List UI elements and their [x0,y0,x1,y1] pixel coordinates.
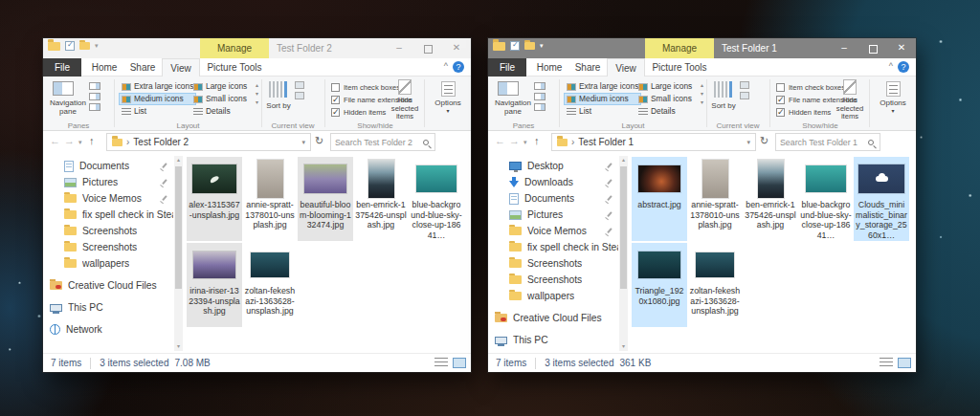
scroll-down-icon[interactable]: ▾ [619,342,628,351]
navigation-pane-icon[interactable] [498,81,519,96]
thumbnail-view-button[interactable] [898,358,911,368]
sidebar-item[interactable]: Screenshots [43,239,173,255]
hidden-items-checkbox[interactable] [331,108,340,117]
preview-pane-icons[interactable] [89,82,100,114]
chevron-down-icon[interactable]: ▾ [95,42,99,50]
sidebar-scrollbar[interactable]: ▴ ▾ [174,156,183,351]
sidebar-item[interactable]: Pictures [43,174,173,190]
sidebar-item[interactable]: Pictures [488,207,618,223]
file-name-extensions-checkbox[interactable] [331,96,340,104]
sidebar-item[interactable]: Voice Memos [43,190,173,207]
layout-details[interactable]: Details [635,105,695,118]
tab-picture-tools[interactable]: Picture Tools [645,58,714,77]
tab-share[interactable]: Share [568,58,607,77]
file-tile[interactable]: zoltan-fekeshazi-1363628-unsplash.jpg [242,243,298,327]
up-button[interactable]: ↑ [534,135,540,146]
tab-manage[interactable]: Manage [200,38,269,58]
tab-file[interactable]: File [488,58,526,77]
sidebar-item[interactable]: This PC [488,332,618,348]
group-by-icons[interactable] [295,81,304,102]
file-tile[interactable]: ben-emrick-1375426-unsplash.jpg [743,157,798,241]
scroll-up-icon[interactable]: ▴ [619,156,628,164]
back-button[interactable]: ← [50,135,60,146]
search-input[interactable]: Search Test Folder 1 [775,133,880,151]
search-input[interactable]: Search Test Folder 2 [330,133,435,151]
folder-icon[interactable] [493,42,505,51]
recent-locations-icon[interactable]: ▾ [523,139,527,146]
sidebar-item[interactable]: fix spell check in Steam ch [43,207,173,223]
sidebar-item[interactable]: Screenshots [488,272,618,288]
sidebar-item[interactable]: This PC [43,299,173,316]
file-tile[interactable]: alex-1315367-unsplash.jpg [187,157,242,241]
sidebar-item[interactable]: Documents [488,190,618,207]
scroll-up-icon[interactable]: ▴ [174,156,183,164]
chevron-down-icon[interactable]: ▾ [301,139,305,146]
tab-picture-tools[interactable]: Picture Tools [200,58,269,77]
layout-extra-large-icons[interactable]: Extra large icons [564,80,641,93]
layout-scroll-arrows[interactable]: ▴▾▾ [256,81,258,105]
help-icon[interactable]: ? [453,61,464,73]
layout-large-icons[interactable]: Large icons [635,80,695,93]
details-view-button[interactable] [434,358,448,368]
details-view-button[interactable] [880,358,893,368]
refresh-icon[interactable]: ↻ [315,135,323,147]
item-check-boxes-checkbox[interactable] [776,83,785,92]
minimize-button[interactable]: – [385,38,413,58]
file-tile[interactable]: blue-background-blue-sky-close-up-18641… [798,157,854,241]
sidebar-item[interactable]: Network [43,321,173,338]
layout-small-icons[interactable]: Small icons [635,93,695,105]
layout-extra-large-icons[interactable]: Extra large icons [119,80,196,93]
folder-icon[interactable] [48,42,60,51]
sidebar-item[interactable]: Screenshots [488,255,618,272]
scroll-down-icon[interactable]: ▾ [174,342,183,351]
close-button[interactable]: ✕ [442,38,471,58]
forward-button[interactable]: → [509,135,520,146]
file-name-extensions-checkbox[interactable] [776,96,785,104]
chevron-down-icon[interactable]: ▾ [746,139,750,146]
recent-locations-icon[interactable]: ▾ [78,139,82,146]
sidebar-item[interactable]: Desktop [488,158,618,174]
sidebar-item[interactable]: Downloads [488,174,618,190]
tab-home[interactable]: Home [530,58,568,77]
layout-details[interactable]: Details [190,105,250,118]
item-check-boxes-checkbox[interactable] [331,83,340,92]
layout-medium-icons[interactable]: Medium icons [564,93,641,105]
forward-button[interactable]: → [64,135,75,146]
layout-small-icons[interactable]: Small icons [190,93,250,105]
sidebar-item[interactable]: Documents [43,158,173,174]
sidebar-item[interactable]: wallpapers [488,288,618,304]
hide-selected-items-button[interactable]: Hide selected items [386,79,424,121]
options-button[interactable]: Options [425,99,471,107]
layout-large-icons[interactable]: Large icons [190,80,250,93]
address-bar[interactable]: › Test Folder 1 ▾ [551,133,756,151]
file-tile[interactable]: beautiful-bloom-blooming-132474.jpg [298,157,353,241]
group-by-icons[interactable] [740,81,749,102]
minimize-button[interactable]: – [830,38,858,58]
sort-by-button[interactable]: Sort by [264,101,293,110]
file-tile[interactable]: annie-spratt-1378010-unsplash.jpg [242,157,298,241]
address-bar[interactable]: › Test Folder 2 ▾ [106,133,311,151]
properties-icon[interactable] [510,41,520,51]
file-tile[interactable]: abstract.jpg [632,157,687,241]
scrollbar-thumb[interactable] [620,166,627,289]
titlebar[interactable]: ▾ Manage Test Folder 2 – ✕ [43,38,471,58]
new-folder-icon[interactable] [524,42,535,50]
layout-medium-icons[interactable]: Medium icons [119,93,196,105]
tab-home[interactable]: Home [85,58,123,77]
sort-by-button[interactable]: Sort by [709,101,738,110]
sidebar-item[interactable]: wallpapers [43,255,173,272]
up-button[interactable]: ↑ [89,135,95,146]
sidebar-item[interactable]: Voice Memos [488,223,618,239]
hide-selected-items-button[interactable]: Hide selected items [831,79,869,121]
tab-file[interactable]: File [43,58,81,77]
navigation-pane-button[interactable]: Navigation pane [43,99,93,116]
breadcrumb[interactable]: Test Folder 1 [578,137,634,147]
file-tile[interactable]: ben-emrick-1375426-unsplash.jpg [353,157,409,241]
file-tile[interactable]: irina-iriser-1323394-unsplash.jpg [187,243,242,327]
preview-pane-icons[interactable] [534,82,546,114]
navigation-pane-icon[interactable] [53,81,74,96]
hidden-items-checkbox[interactable] [776,108,785,117]
tab-share[interactable]: Share [123,58,162,77]
file-tile[interactable]: zoltan-fekeshazi-1363628-unsplash.jpg [687,243,743,327]
layout-list[interactable]: List [119,105,196,118]
